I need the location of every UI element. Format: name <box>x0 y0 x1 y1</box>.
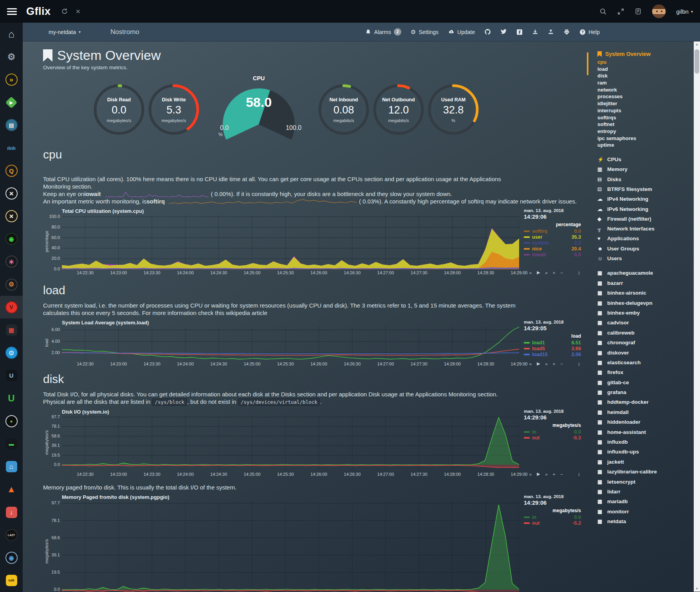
settings-gear-icon[interactable]: ⚙ <box>0 45 23 68</box>
app-gitlab-icon[interactable]: ▲ <box>0 478 23 501</box>
sidebar-app-item[interactable]: ▦ heimdall <box>597 407 694 417</box>
sidebar-app-item[interactable]: ▦ netdata <box>597 516 694 526</box>
hostname[interactable]: Nostromo <box>110 28 139 36</box>
pan-right-button[interactable]: » <box>545 270 548 275</box>
search-icon[interactable] <box>599 8 607 15</box>
legend-item[interactable]: out -5.3 <box>524 435 581 441</box>
sidebar-subitem[interactable]: idlejitter <box>597 101 694 108</box>
sidebar-app-item[interactable]: ▦ binhex-delugevpn <box>597 298 694 308</box>
softirq-sparkline[interactable] <box>169 198 357 205</box>
app-cross-orange-icon[interactable]: × <box>0 205 23 228</box>
app-chevrons-icon[interactable]: » <box>0 68 23 91</box>
wikipedia-link[interactable]: wikipedia article <box>226 309 267 316</box>
gauge-disk-write[interactable]: Disk Write 5.3 megabytes/s <box>146 74 201 140</box>
legend-item[interactable]: load5 2.68 <box>524 345 581 351</box>
sidebar-app-item[interactable]: ▦ grafana <box>597 387 694 397</box>
sidebar-section[interactable]: ⊡ BTRFS filesystem <box>597 184 694 194</box>
sidebar-app-item[interactable]: ▦ home-assistant <box>597 427 694 437</box>
sidebar-app-item[interactable]: ▦ lazylibrarian-calibre <box>597 467 694 477</box>
app-pills-icon[interactable]: ▬ <box>0 432 23 455</box>
iowait-sparkline[interactable] <box>105 191 209 197</box>
app-search-icon[interactable]: Q <box>0 159 23 182</box>
legend-item[interactable]: load1 6.51 <box>524 340 581 345</box>
app-lazylibrarian-icon[interactable]: LAZY <box>0 524 23 546</box>
sidebar-section[interactable]: ☁ IPv4 Networking <box>597 194 694 204</box>
sidebar-app-item[interactable]: ▦ letsencrypt <box>597 477 694 486</box>
chart-plot-area[interactable] <box>62 215 519 269</box>
download-icon[interactable] <box>532 29 538 35</box>
resize-handle[interactable]: ↕ <box>578 361 581 367</box>
app-media-icon[interactable]: ▤ <box>0 114 23 137</box>
zoom-out-button[interactable]: − <box>560 472 563 477</box>
user-menu[interactable]: gilbn▾ <box>676 8 693 15</box>
app-bucket-icon[interactable]: U <box>0 364 23 387</box>
play-button[interactable]: ▶ <box>537 361 540 366</box>
gauge-used-ram[interactable]: Used RAM 32.8 % <box>426 74 481 140</box>
sidebar-subitem[interactable]: network <box>597 87 694 94</box>
sidebar-section[interactable]: ☁ IPv6 Networking <box>597 204 694 214</box>
pan-left-button[interactable]: « <box>529 362 532 366</box>
zoom-in-button[interactable]: + <box>553 472 555 477</box>
app-house-icon[interactable]: ⌂ <box>0 455 23 478</box>
scrollbar-thumb[interactable] <box>695 49 699 74</box>
sidebar-app-item[interactable]: ▦ chronograf <box>597 338 694 347</box>
sidebar-subitem[interactable]: interrupts <box>597 108 694 115</box>
chart-plot-area[interactable] <box>62 501 519 592</box>
app-network-icon[interactable]: ∗ <box>0 250 23 273</box>
scroll-up-arrow[interactable]: ▲ <box>694 41 700 47</box>
facebook-icon[interactable] <box>516 29 523 35</box>
sidebar-subitem[interactable]: processes <box>597 94 694 101</box>
app-sabnzbd-icon[interactable]: sab <box>0 569 23 592</box>
legend-item[interactable]: nice 20.4 <box>524 246 581 252</box>
sidebar-section[interactable]: ╥ Network Interfaces <box>597 224 694 234</box>
legend-item[interactable]: load15 2.06 <box>524 351 581 357</box>
sidebar-subitem[interactable]: softirqs <box>597 115 694 122</box>
sidebar-subitem[interactable]: uptime <box>597 142 694 149</box>
play-button[interactable]: ▶ <box>537 471 540 477</box>
sidebar-app-item[interactable]: ▦ diskover <box>597 347 694 357</box>
sidebar-app-item[interactable]: ▦ firefox <box>597 367 694 377</box>
sidebar-app-item[interactable]: ▦ hddtemp-docker <box>597 397 694 407</box>
pan-left-button[interactable]: « <box>529 472 532 477</box>
home-icon[interactable]: ⌂ <box>0 23 23 45</box>
gauge-net-outbound[interactable]: Net Outbound 12.0 megabits/s <box>371 74 426 140</box>
sidebar-app-item[interactable]: ▦ bazarr <box>597 278 694 288</box>
sidebar-app-item[interactable]: ▦ elasticsearch <box>597 358 694 367</box>
print-icon[interactable] <box>563 29 570 35</box>
sidebar-subitem[interactable]: softnet <box>597 121 694 128</box>
app-orbit-icon[interactable]: ⊙ <box>0 342 23 364</box>
sidebar-section[interactable]: ◆ Firewall (netfilter) <box>597 214 694 224</box>
chart-plot-area[interactable] <box>62 327 519 360</box>
app-rings-icon[interactable]: ◉ <box>0 228 23 250</box>
sidebar-app-item[interactable]: ▦ apacheguacamole <box>597 268 694 278</box>
play-button[interactable]: ▶ <box>537 270 540 275</box>
app-cubes-icon[interactable]: ▦ <box>0 318 23 341</box>
changelog-icon[interactable] <box>635 8 642 15</box>
legend-item[interactable]: softirq 0.0 <box>524 228 581 234</box>
sidebar-subitem[interactable]: disk <box>597 73 694 80</box>
twitter-icon[interactable] <box>500 29 507 35</box>
chart-plot-area[interactable] <box>62 416 519 471</box>
alarms-button[interactable]: Alarms 2 <box>365 28 401 36</box>
sidebar-section[interactable]: ⚡ CPUs <box>597 155 694 164</box>
sidebar-subitem[interactable]: cpu <box>597 59 694 66</box>
sidebar-app-item[interactable]: ▦ jackett <box>597 457 694 467</box>
pan-right-button[interactable]: » <box>545 472 548 477</box>
app-emby-icon[interactable]: ▶ <box>0 91 23 114</box>
resize-handle[interactable]: ↕ <box>578 471 581 477</box>
sidebar-subitem[interactable]: entropy <box>597 128 694 135</box>
app-cross-blue-icon[interactable]: × <box>0 182 23 205</box>
legend-item[interactable]: in 0.0 <box>524 514 581 520</box>
github-icon[interactable] <box>484 29 491 35</box>
gauge-cpu[interactable]: CPU 58.0 0.0 100.0 % <box>210 74 308 142</box>
sidebar-app-item[interactable]: ▦ influxdb <box>597 437 694 447</box>
sidebar-app-item[interactable]: ▦ influxdb-ups <box>597 447 694 457</box>
legend-item[interactable]: user 35.3 <box>524 234 581 240</box>
sidebar-app-item[interactable]: ▦ binhex-emby <box>597 308 694 318</box>
sidebar-app-item[interactable]: ▦ monitorr <box>597 507 694 516</box>
fullscreen-icon[interactable] <box>617 8 624 15</box>
sidebar-header-system-overview[interactable]: System Overview <box>597 51 694 57</box>
sidebar-app-item[interactable]: ▦ lidarr <box>597 487 694 497</box>
legend-item[interactable]: iowait 0.0 <box>524 252 581 257</box>
legend-item[interactable]: out -5.2 <box>524 520 581 526</box>
